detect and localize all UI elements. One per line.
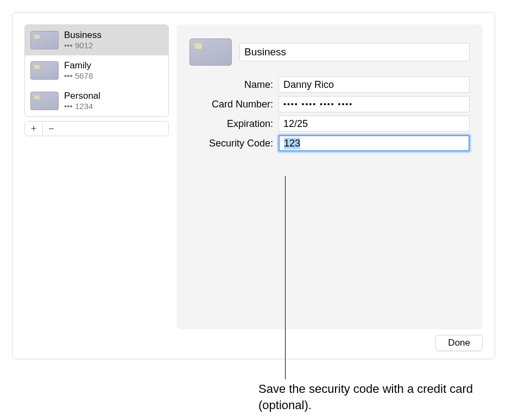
name-label: Name: (195, 79, 273, 91)
card-list-item-title: Personal (64, 90, 100, 101)
form-row-expiration: Expiration: (195, 116, 470, 132)
callout-text: Save the security code with a credit car… (258, 381, 486, 413)
card-description-field[interactable] (239, 43, 470, 61)
security-code-field[interactable]: 123 (279, 135, 470, 151)
form-row-security: Security Code: 123 (195, 135, 470, 151)
card-number-label: Card Number: (195, 99, 273, 110)
card-list-item-title: Business (64, 29, 102, 41)
done-button[interactable]: Done (435, 335, 483, 351)
card-detail-pane: Name: Card Number: Expiration: Security … (176, 24, 483, 329)
card-number-field[interactable] (279, 96, 470, 112)
card-list: Business ••• 9012 Family ••• 5678 Person… (24, 24, 169, 117)
callout-leader-line (285, 176, 286, 379)
done-row: Done (24, 335, 483, 351)
credit-card-icon (189, 39, 232, 66)
card-list-item-text: Personal ••• 1234 (64, 90, 100, 112)
card-list-item-text: Business ••• 9012 (64, 29, 102, 51)
card-title-row (189, 39, 470, 66)
card-list-item-sub: ••• 1234 (64, 101, 100, 112)
expiration-field[interactable] (279, 116, 470, 132)
security-code-label: Security Code: (195, 138, 273, 149)
card-list-item-title: Family (64, 60, 93, 71)
credit-card-icon (30, 31, 59, 49)
panes: Business ••• 9012 Family ••• 5678 Person… (24, 24, 483, 329)
security-code-value: 123 (284, 138, 300, 149)
card-list-item-sub: ••• 9012 (64, 41, 102, 51)
sidebar-column: Business ••• 9012 Family ••• 5678 Person… (24, 24, 169, 329)
credit-card-icon (30, 61, 59, 80)
card-list-item-family[interactable]: Family ••• 5678 (25, 55, 168, 86)
expiration-label: Expiration: (195, 118, 273, 130)
cardholder-name-field[interactable] (279, 77, 470, 93)
add-card-button[interactable]: + (25, 122, 42, 136)
card-list-item-sub: ••• 5678 (64, 71, 93, 81)
form-row-name: Name: (195, 77, 470, 93)
minus-icon: − (48, 123, 54, 134)
credit-card-icon (30, 92, 59, 110)
card-form: Name: Card Number: Expiration: Security … (189, 77, 470, 151)
sidebar-controls: + − (24, 121, 169, 136)
form-row-number: Card Number: (195, 96, 470, 112)
card-list-item-personal[interactable]: Personal ••• 1234 (25, 86, 168, 116)
card-list-item-text: Family ••• 5678 (64, 60, 93, 81)
remove-card-button[interactable]: − (42, 122, 60, 136)
card-list-item-business[interactable]: Business ••• 9012 (25, 25, 168, 55)
autofill-credit-cards-window: Business ••• 9012 Family ••• 5678 Person… (12, 12, 495, 359)
plus-icon: + (31, 123, 37, 134)
